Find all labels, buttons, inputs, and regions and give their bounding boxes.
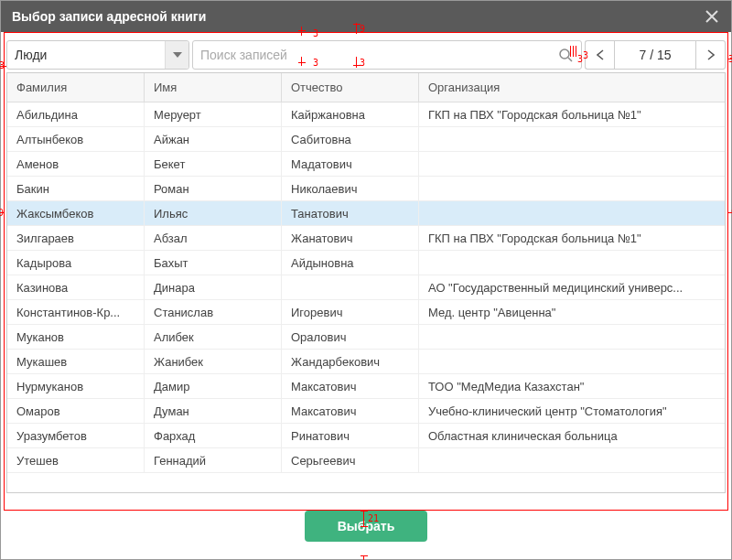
table-cell: Игоревич	[282, 300, 419, 324]
table-cell: Муканов	[7, 325, 145, 349]
table-row[interactable]: АлтынбековАйжанСабитовна	[7, 127, 725, 152]
table-cell: Абильдина	[7, 102, 145, 126]
table-cell: Геннадий	[145, 448, 282, 472]
table-cell: Николаевич	[282, 177, 419, 200]
table-cell: Омаров	[7, 399, 145, 423]
anno-label: 3	[728, 54, 732, 64]
table-cell: Уразумбетов	[7, 424, 145, 447]
dropdown-value: Люди	[15, 48, 181, 62]
table-cell: Ильяс	[145, 201, 282, 225]
table-cell	[419, 201, 725, 225]
table-cell	[419, 448, 725, 472]
table-cell: Максатович	[282, 374, 419, 398]
table-cell: Сабитовна	[282, 127, 419, 151]
table-body: АбильдинаМеруертКайржановнаГКП на ПВХ "Г…	[7, 102, 725, 492]
table-cell: Кайржановна	[282, 102, 419, 126]
table-cell	[419, 350, 725, 373]
table-row[interactable]: Константинов-Кр...СтаниславИгоревичМед. …	[7, 300, 725, 325]
column-header[interactable]: Организация	[419, 73, 725, 102]
dialog-title: Выбор записи адресной книги	[12, 9, 704, 24]
pager-prev-button[interactable]	[585, 40, 614, 70]
table-cell: Серьгеевич	[282, 448, 419, 472]
table-row[interactable]: УтешевГеннадийСерьгеевич	[7, 448, 725, 473]
table-row[interactable]: ОмаровДуманМаксатовичУчебно-клинический …	[7, 399, 725, 424]
table-cell: Танатович	[282, 201, 419, 225]
address-book-dialog: Выбор записи адресной книги Люди	[0, 0, 732, 560]
table-cell: АО "Государственный медицинский универс.…	[419, 275, 725, 299]
table-cell: Мукашев	[7, 350, 145, 373]
dialog-footer: Выбрать	[4, 493, 728, 559]
table-cell: Дамир	[145, 374, 282, 398]
table-cell: Мадатович	[282, 152, 419, 176]
table-cell: Жандарбекович	[282, 350, 419, 373]
select-button[interactable]: Выбрать	[305, 511, 428, 542]
table-cell: ГКП на ПВХ "Городская больница №1"	[419, 226, 725, 250]
table-row[interactable]: ЗилгараевАбзалЖанатовичГКП на ПВХ "Город…	[7, 226, 725, 251]
close-icon[interactable]	[704, 8, 720, 25]
table-cell: Фархад	[145, 424, 282, 447]
table-cell: Бекет	[145, 152, 282, 176]
table-cell: Алтынбеков	[7, 127, 145, 151]
table-cell: Аменов	[7, 152, 145, 176]
pager: 7 / 15	[585, 40, 726, 70]
search-icon[interactable]	[557, 47, 574, 63]
column-header[interactable]: Фамилия	[7, 73, 145, 102]
table-row[interactable]: МукашевЖанибекЖандарбекович	[7, 350, 725, 374]
table-cell: Областная клиническая больница	[419, 424, 725, 447]
table-cell: Мед. центр "Авиценна"	[419, 300, 725, 324]
table-cell: Нурмуканов	[7, 374, 145, 398]
table-cell: Алибек	[145, 325, 282, 349]
table-row[interactable]: КазиноваДинараАО "Государственный медици…	[7, 275, 725, 300]
titlebar: Выбор записи адресной книги	[1, 1, 731, 32]
table-cell: Айжан	[145, 127, 282, 151]
table-cell: Бахыт	[145, 251, 282, 275]
pager-next-button[interactable]	[696, 40, 726, 70]
table-cell: Максатович	[282, 399, 419, 423]
table-cell: Станислав	[145, 300, 282, 324]
table-cell: Утешев	[7, 448, 145, 472]
table-cell	[419, 251, 725, 275]
table-cell: Айдыновна	[282, 251, 419, 275]
table-cell: Учебно-клинический центр "Стоматология"	[419, 399, 725, 423]
table-cell: Кадырова	[7, 251, 145, 275]
toolbar: Люди 7 / 15	[4, 40, 728, 72]
search-input[interactable]	[200, 48, 557, 62]
table-row[interactable]: КадыроваБахытАйдыновна	[7, 251, 725, 275]
search-box	[192, 40, 582, 70]
svg-point-0	[560, 49, 569, 59]
chevron-down-icon	[165, 41, 188, 69]
svg-line-1	[568, 58, 572, 61]
table-cell: Динара	[145, 275, 282, 299]
pager-display: 7 / 15	[614, 40, 696, 70]
table-cell: Думан	[145, 399, 282, 423]
table-cell: Бакин	[7, 177, 145, 200]
table-cell	[419, 127, 725, 151]
table-row[interactable]: УразумбетовФархадРинатовичОбластная клин…	[7, 424, 725, 448]
category-dropdown[interactable]: Люди	[6, 40, 189, 70]
column-header[interactable]: Отчество	[282, 73, 419, 102]
table-cell: Меруерт	[145, 102, 282, 126]
table-cell: Оралович	[282, 325, 419, 349]
table-cell: ТОО "МедМедиа Казахстан"	[419, 374, 725, 398]
table-cell: Жанибек	[145, 350, 282, 373]
table-cell	[419, 152, 725, 176]
table-cell: Константинов-Кр...	[7, 300, 145, 324]
table-row[interactable]: АменовБекетМадатович	[7, 152, 725, 177]
table-row[interactable]: НурмукановДамирМаксатовичТОО "МедМедиа К…	[7, 374, 725, 399]
table-cell: Казинова	[7, 275, 145, 299]
table-cell: Абзал	[145, 226, 282, 250]
table-row[interactable]: БакинРоманНиколаевич	[7, 177, 725, 201]
table-cell	[282, 275, 419, 299]
table-row[interactable]: МукановАлибекОралович	[7, 325, 725, 350]
table-cell	[419, 325, 725, 349]
anno-label: 9	[0, 208, 4, 218]
table-cell: Жанатович	[282, 226, 419, 250]
records-table: ФамилияИмяОтчествоОрганизация АбильдинаМ…	[6, 72, 726, 493]
table-cell	[419, 177, 725, 200]
table-row[interactable]: ЖаксымбековИльясТанатович	[7, 201, 725, 226]
table-cell: Жаксымбеков	[7, 201, 145, 225]
table-cell: Роман	[145, 177, 282, 200]
column-header[interactable]: Имя	[145, 73, 282, 102]
table-row[interactable]: АбильдинаМеруертКайржановнаГКП на ПВХ "Г…	[7, 102, 725, 127]
content-area: Люди 7 / 15 Фам	[1, 32, 731, 559]
